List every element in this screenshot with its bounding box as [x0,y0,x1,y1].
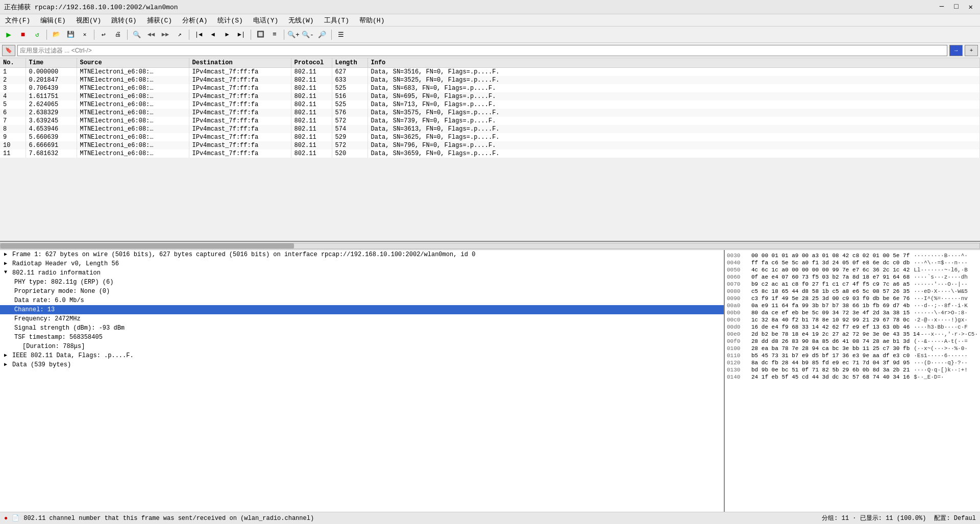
pane-layout-button[interactable]: ☰ [334,28,348,41]
table-row[interactable]: 20.201847MTNElectroni_e6:08:…IPv4mcast_7… [0,76,980,84]
hex-row[interactable]: 003000 00 01 01 a9 00 a3 01 08 42 c8 02 … [727,252,978,259]
menu-file[interactable]: 文件(F) [0,14,35,26]
table-row[interactable]: 41.611751MTNElectroni_e6:08:…IPv4mcast_7… [0,92,980,101]
expand-ieee-icon[interactable]: ▶ [4,352,10,358]
table-row[interactable]: 30.706439MTNElectroni_e6:08:…IPv4mcast_7… [0,84,980,92]
maximize-button[interactable]: □ [951,2,961,12]
next-packet-button[interactable]: ▶ [220,28,234,41]
filter-input[interactable] [17,45,947,56]
table-row[interactable]: 84.653946MTNElectroni_e6:08:…IPv4mcast_7… [0,125,980,133]
table-row[interactable]: 73.639245MTNElectroni_e6:08:…IPv4mcast_7… [0,117,980,125]
hex-row[interactable]: 00c01c 32 8a 40 f2 b1 78 8e 10 92 99 21 … [727,316,978,323]
hscroll-area[interactable] [0,242,980,250]
close-file-button[interactable]: ✕ [78,28,91,41]
hex-row[interactable]: 0080c5 8c 18 65 44 d8 58 1b c5 a8 e6 5c … [727,288,978,295]
expand-frame-icon[interactable]: ▶ [4,251,10,257]
stop-capture-button[interactable]: ■ [16,28,30,41]
detail-data-rate[interactable]: Data rate: 6.0 Mb/s [0,296,724,305]
table-row[interactable]: 10.000000MTNElectroni_e6:08:…IPv4mcast_7… [0,68,980,77]
menu-goto[interactable]: 跳转(G) [106,14,141,26]
hex-row[interactable]: 0070b9 c2 ac a1 c8 f0 27 f1 c1 c7 4f f5 … [727,281,978,288]
next-button[interactable]: ▶▶ [159,28,172,41]
hex-row[interactable]: 0090c3 f9 1f 49 5e 28 25 3d 00 c9 03 f0 … [727,295,978,302]
hex-row[interactable]: 010028 ea ba 78 7e 28 94 ca bc 3e bb 11 … [727,345,978,352]
menu-capture[interactable]: 捕获(C) [142,14,177,26]
hex-row[interactable]: 0130bd 9b 0e bc 51 0f 71 82 5b 29 6b 0b … [727,366,978,373]
detail-duration[interactable]: [Duration: 788μs] [0,342,724,351]
statusbar-right: 分组: 11 · 已显示: 11 (100.0%) 配置: Defaul [822,514,976,522]
menu-edit[interactable]: 编辑(E) [35,14,70,26]
colorize-button[interactable]: 🔲 [254,28,267,41]
table-row[interactable]: 117.681632MTNElectroni_e6:08:…IPv4mcast_… [0,149,980,158]
menu-tools[interactable]: 工具(T) [319,14,354,26]
detail-signal-strength[interactable]: Signal strength (dBm): -93 dBm [0,323,724,333]
restart-capture-button[interactable]: ↺ [31,28,44,41]
menu-stats[interactable]: 统计(S) [212,14,248,26]
col-time[interactable]: Time [26,58,77,68]
hex-row[interactable]: 01208a dc fb 28 44 b9 85 fd e9 ec 71 7d … [727,359,978,366]
col-no[interactable]: No. [0,58,26,68]
table-row[interactable]: 106.666691MTNElectroni_e6:08:…IPv4mcast_… [0,141,980,149]
last-packet-button[interactable]: ▶| [235,28,248,41]
hex-row[interactable]: 00f028 dd d8 26 83 90 8a 85 d6 41 08 74 … [727,338,978,345]
zoom-in-button[interactable]: 🔍+ [287,28,300,41]
filter-plus-button[interactable]: + [965,45,978,56]
hex-row[interactable]: 00a00a e9 11 64 fa 99 3b b7 b7 38 66 1b … [727,302,978,309]
table-row[interactable]: 95.660639MTNElectroni_e6:08:…IPv4mcast_7… [0,133,980,141]
detail-channel[interactable]: Channel: 13 [0,305,724,314]
open-file-button[interactable]: 📂 [50,28,63,41]
zoom-normal-button[interactable]: 🔎 [315,28,329,41]
start-capture-button[interactable]: ▶ [2,28,15,41]
detail-ieee80211[interactable]: ▶ IEEE 802.11 Data, Flags: .p....F. [0,351,724,360]
hex-dump[interactable]: 003000 00 01 01 a9 00 a3 01 08 42 c8 02 … [725,250,980,512]
expand-radio-icon[interactable]: ▼ [4,269,10,275]
autoscroll-button[interactable]: ≡ [268,28,281,41]
detail-prop-mode[interactable]: Proprietary mode: None (0) [0,287,724,296]
hex-row[interactable]: 00504c 6c 1c a0 00 00 00 00 99 7e e7 6c … [727,266,978,273]
menu-analyze[interactable]: 分析(A) [177,14,212,26]
menu-help[interactable]: 帮助(H) [354,14,389,26]
detail-phy-type[interactable]: PHY type: 802.11g (ERP) (6) [0,278,724,287]
hex-row[interactable]: 00b080 da ce ef eb be 5c 09 34 72 3e 4f … [727,309,978,316]
prev-packet-button[interactable]: ◀ [206,28,219,41]
packet-detail[interactable]: ▶ Frame 1: 627 bytes on wire (5016 bits)… [0,250,725,512]
col-len[interactable]: Length [332,58,368,68]
detail-data[interactable]: ▶ Data (539 bytes) [0,360,724,369]
menu-view[interactable]: 视图(V) [71,14,106,26]
menu-wireless[interactable]: 无线(W) [283,14,318,26]
col-info[interactable]: Info [368,58,980,68]
hex-row[interactable]: 0110b5 45 73 31 b7 e9 d5 bf 17 36 e3 9e … [727,352,978,359]
col-source[interactable]: Source [77,58,189,68]
hex-row[interactable]: 014024 1f eb 5f 45 cd 44 3d dc 3c 57 68 … [727,373,978,381]
hex-row[interactable]: 00d016 de e4 f9 68 33 14 42 62 f7 e9 ef … [727,323,978,331]
expert-info-icon[interactable]: 📄 [12,514,19,522]
detail-tsf[interactable]: TSF timestamp: 568358405 [0,333,724,342]
reload-button[interactable]: ↩ [97,28,110,41]
zoom-out-button[interactable]: 🔍- [301,28,314,41]
table-row[interactable]: 62.638329MTNElectroni_e6:08:…IPv4mcast_7… [0,109,980,117]
hex-row[interactable]: 00e02d b2 be 78 18 e4 19 2c 27 a2 72 9e … [727,331,978,338]
jump-button[interactable]: ↗ [173,28,186,41]
detail-frequency[interactable]: Frequency: 2472MHz [0,314,724,323]
close-button[interactable]: ✕ [966,2,976,12]
minimize-button[interactable]: ─ [937,2,947,12]
save-file-button[interactable]: 💾 [64,28,77,41]
hex-row[interactable]: 0040ff fa c6 5e 5c a0 f1 3d 24 05 0f e8 … [727,259,978,266]
filter-bookmark-button[interactable]: 🔖 [2,45,15,56]
print-button[interactable]: 🖨 [111,28,125,41]
menu-phone[interactable]: 电话(Y) [248,14,283,26]
col-dest[interactable]: Destination [189,58,291,68]
col-proto[interactable]: Protocol [291,58,332,68]
packet-list[interactable]: No. Time Source Destination Protocol Len… [0,58,980,242]
expand-data-icon[interactable]: ▶ [4,361,10,367]
hex-row[interactable]: 00600f ae e4 07 60 73 f5 03 b2 7a 8d 18 … [727,273,978,281]
detail-radiotap[interactable]: ▶ Radiotap Header v0, Length 56 [0,259,724,268]
find-button[interactable]: 🔍 [130,28,143,41]
first-packet-button[interactable]: |◀ [192,28,205,41]
prev-button[interactable]: ◀◀ [144,28,158,41]
expand-radiotap-icon[interactable]: ▶ [4,260,10,266]
detail-radio-info[interactable]: ▼ 802.11 radio information [0,268,724,278]
table-row[interactable]: 52.624065MTNElectroni_e6:08:…IPv4mcast_7… [0,101,980,109]
filter-arrow-button[interactable]: → [949,45,963,56]
detail-frame[interactable]: ▶ Frame 1: 627 bytes on wire (5016 bits)… [0,250,724,259]
